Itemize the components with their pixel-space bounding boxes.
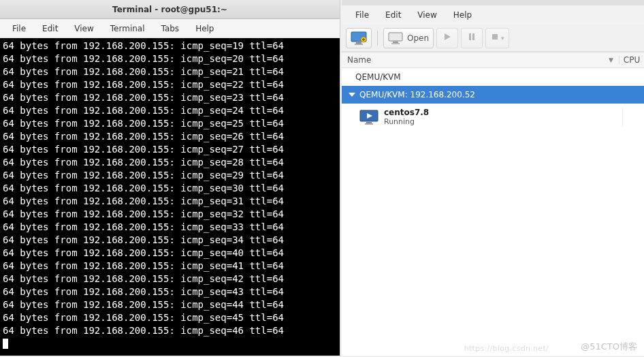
connection-row-remote[interactable]: QEMU/KVM: 192.168.200.52 [342,86,644,104]
vm-row[interactable]: centos7.8 Running [342,104,644,131]
open-button-label: Open [407,33,429,43]
terminal-window: Terminal - root@gpu51:~ File Edit View T… [0,0,340,356]
menu-file[interactable]: File [5,22,33,35]
pause-button[interactable] [461,28,483,48]
virt-manager-menubar: File Edit View Help [342,5,644,25]
vm-running-icon [359,110,379,125]
svg-rect-5 [393,42,398,43]
vm-list-header: Name ▼ CPU [342,52,644,68]
col-header-name-label: Name [347,55,371,65]
connection-label: QEMU/KVM [355,72,401,82]
svg-rect-1 [356,42,361,44]
connection-label: QEMU/KVM: 192.168.200.52 [359,90,475,99]
vmm-menu-file[interactable]: File [347,9,377,21]
svg-rect-12 [365,123,373,125]
terminal-titlebar: Terminal - root@gpu51:~ [0,0,340,19]
col-header-name[interactable]: Name ▼ [342,55,619,65]
chevron-down-icon: ▾ [501,35,504,42]
vmm-menu-edit[interactable]: Edit [377,9,409,21]
vm-name: centos7.8 [384,108,429,117]
chevron-down-icon [349,93,355,97]
virt-manager-toolbar: Open ▾ [342,25,644,52]
terminal-menubar: File Edit View Terminal Tabs Help [0,19,340,38]
play-icon [442,32,452,44]
run-button[interactable] [436,28,458,48]
svg-rect-4 [389,33,402,41]
watermark-csdn: https://blog.csdn.net/ [464,344,549,353]
svg-rect-2 [355,44,363,45]
col-header-cpu[interactable]: CPU [619,55,644,65]
open-button[interactable]: Open [383,28,434,48]
toolbar-separator [377,31,378,46]
vm-status: Running [384,117,429,127]
monitor-icon [388,32,403,44]
new-vm-button[interactable] [346,28,372,48]
menu-view[interactable]: View [67,22,100,35]
menu-tabs[interactable]: Tabs [155,22,187,35]
stop-icon [490,32,500,44]
watermark-51cto: @51CTO博客 [581,341,637,353]
svg-rect-7 [469,33,471,40]
new-vm-monitor-icon [351,31,367,45]
sort-indicator-icon: ▼ [609,57,613,63]
svg-rect-8 [472,33,474,40]
svg-rect-9 [492,34,498,40]
terminal-output[interactable]: 64 bytes from 192.168.200.155: icmp_seq=… [0,38,340,356]
vm-cpu-usage [622,108,644,127]
svg-rect-6 [391,43,400,44]
menu-help[interactable]: Help [189,22,221,35]
connection-row-local[interactable]: QEMU/KVM [342,68,644,86]
shutdown-button[interactable]: ▾ [485,28,509,48]
vm-tree[interactable]: QEMU/KVM QEMU/KVM: 192.168.200.52 centos… [342,68,644,356]
vm-text: centos7.8 Running [384,108,429,127]
menu-edit[interactable]: Edit [35,22,65,35]
menu-terminal[interactable]: Terminal [103,22,152,35]
vmm-menu-help[interactable]: Help [445,9,480,21]
vmm-menu-view[interactable]: View [409,9,445,21]
virt-manager-window: File Edit View Help [342,0,644,356]
svg-rect-11 [366,122,372,123]
pause-icon [467,32,477,44]
virt-manager-titlebar [342,0,644,5]
